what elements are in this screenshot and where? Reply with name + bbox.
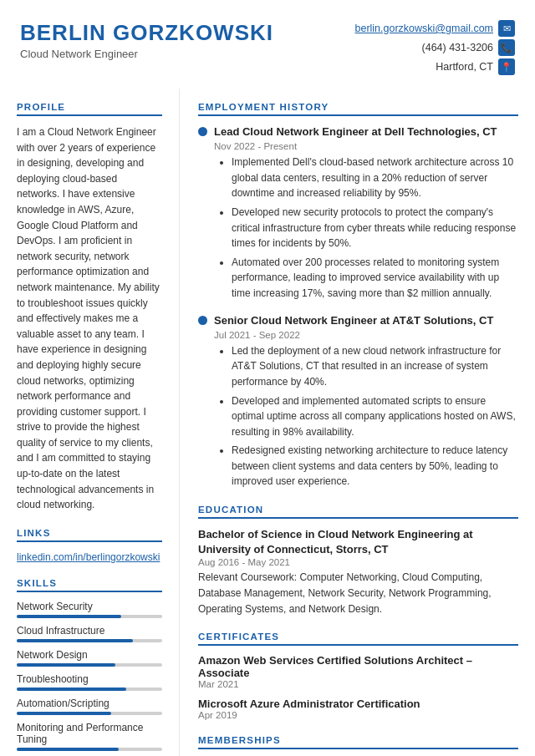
skill-name: Network Design	[17, 649, 162, 661]
header-left: BERLIN GORZKOWSKI Cloud Network Engineer	[20, 20, 273, 60]
phone-text: (464) 431-3206	[422, 42, 493, 53]
edu-detail: Relevant Coursework: Computer Networking…	[198, 570, 518, 616]
candidate-title: Cloud Network Engineer	[20, 48, 273, 60]
main-layout: PROFILE I am a Cloud Network Engineer wi…	[0, 89, 535, 756]
certificates-list: Amazon Web Services Certified Solutions …	[198, 654, 518, 720]
edu-title: Bachelor of Science in Cloud Network Eng…	[198, 527, 518, 557]
job-header: Lead Cloud Network Engineer at Dell Tech…	[198, 124, 518, 140]
certificate-item: Microsoft Azure Administrator Certificat…	[198, 698, 518, 720]
candidate-name: BERLIN GORZKOWSKI	[20, 20, 273, 46]
skill-bar-fill	[17, 663, 115, 667]
skills-list: Network Security Cloud Infrastructure Ne…	[17, 601, 162, 756]
email-link[interactable]: berlin.gorzkowski@gmail.com	[354, 23, 493, 34]
header: BERLIN GORZKOWSKI Cloud Network Engineer…	[0, 0, 535, 89]
skill-bar-fill	[17, 748, 119, 751]
skill-bar-fill	[17, 688, 126, 691]
profile-section-title: PROFILE	[17, 102, 162, 116]
skill-bar-bg	[17, 712, 162, 715]
job-bullet: Developed new security protocols to prot…	[232, 205, 518, 251]
profile-text: I am a Cloud Network Engineer with over …	[17, 124, 162, 513]
resume-page: BERLIN GORZKOWSKI Cloud Network Engineer…	[0, 0, 535, 756]
skill-bar-bg	[17, 748, 162, 751]
skill-name: Network Security	[17, 601, 162, 612]
header-right: berlin.gorzkowski@gmail.com ✉ (464) 431-…	[354, 20, 515, 75]
cert-title: Microsoft Azure Administrator Certificat…	[198, 698, 518, 710]
skill-item: Network Design	[17, 649, 162, 667]
skill-item: Monitoring and Performance Tuning	[17, 722, 162, 751]
phone-icon: 📞	[498, 39, 515, 56]
skill-bar-bg	[17, 639, 162, 642]
cert-date: Mar 2021	[198, 679, 518, 689]
job-title: Lead Cloud Network Engineer at Dell Tech…	[214, 124, 497, 140]
education-list: Bachelor of Science in Cloud Network Eng…	[198, 527, 518, 616]
skill-item: Cloud Infrastructure	[17, 625, 162, 642]
skill-bar-bg	[17, 615, 162, 618]
job-bullet: Automated over 200 processes related to …	[232, 255, 518, 302]
skill-bar-fill	[17, 712, 111, 715]
memberships-section-title: MEMBERSHIPS	[198, 735, 518, 749]
skill-item: Network Security	[17, 601, 162, 618]
job-bullet: Redesigned existing networking architect…	[232, 443, 518, 490]
certificates-section-title: CERTIFICATES	[198, 632, 518, 646]
job-date: Jul 2021 - Sep 2022	[214, 330, 518, 340]
email-row: berlin.gorzkowski@gmail.com ✉	[354, 20, 515, 37]
jobs-list: Lead Cloud Network Engineer at Dell Tech…	[198, 124, 518, 490]
job-dot	[198, 316, 207, 325]
email-icon: ✉	[498, 20, 515, 37]
job-date: Nov 2022 - Present	[214, 141, 518, 151]
job-dot	[198, 127, 207, 136]
skill-item: Automation/Scripting	[17, 698, 162, 715]
skill-name: Troubleshooting	[17, 673, 162, 685]
cert-title: Amazon Web Services Certified Solutions …	[198, 654, 518, 679]
skill-name: Automation/Scripting	[17, 698, 162, 709]
job-bullet: Developed and implemented automated scri…	[232, 393, 518, 440]
education-section-title: EDUCATION	[198, 505, 518, 519]
linkedin-link[interactable]: linkedin.com/in/berlingorzkowski	[17, 551, 160, 563]
job-bullet: Led the deployment of a new cloud networ…	[232, 343, 518, 390]
skills-section-title: SKILLS	[17, 578, 162, 592]
job-item: Senior Cloud Network Engineer at AT&T So…	[198, 313, 518, 490]
employment-section-title: EMPLOYMENT HISTORY	[198, 102, 518, 116]
certificate-item: Amazon Web Services Certified Solutions …	[198, 654, 518, 689]
job-header: Senior Cloud Network Engineer at AT&T So…	[198, 313, 518, 328]
location-icon: 📍	[498, 58, 515, 75]
skill-bar-fill	[17, 615, 121, 618]
sidebar: PROFILE I am a Cloud Network Engineer wi…	[0, 89, 180, 756]
phone-row: (464) 431-3206 📞	[354, 39, 515, 56]
content: EMPLOYMENT HISTORY Lead Cloud Network En…	[180, 89, 535, 756]
cert-date: Apr 2019	[198, 710, 518, 720]
edu-date: Aug 2016 - May 2021	[198, 557, 518, 567]
skill-name: Monitoring and Performance Tuning	[17, 722, 162, 745]
job-bullets: Implemented Dell's cloud-based network a…	[222, 155, 518, 301]
job-bullets: Led the deployment of a new cloud networ…	[222, 343, 518, 490]
education-item: Bachelor of Science in Cloud Network Eng…	[198, 527, 518, 616]
skill-bar-bg	[17, 688, 162, 691]
skill-bar-bg	[17, 663, 162, 667]
skill-bar-fill	[17, 639, 133, 642]
job-item: Lead Cloud Network Engineer at Dell Tech…	[198, 124, 518, 302]
job-bullet: Implemented Dell's cloud-based network a…	[232, 155, 518, 201]
location-text: Hartford, CT	[436, 61, 493, 73]
skill-item: Troubleshooting	[17, 673, 162, 691]
job-title: Senior Cloud Network Engineer at AT&T So…	[214, 313, 493, 328]
links-section-title: LINKS	[17, 528, 162, 542]
skill-name: Cloud Infrastructure	[17, 625, 162, 637]
location-row: Hartford, CT 📍	[354, 58, 515, 75]
